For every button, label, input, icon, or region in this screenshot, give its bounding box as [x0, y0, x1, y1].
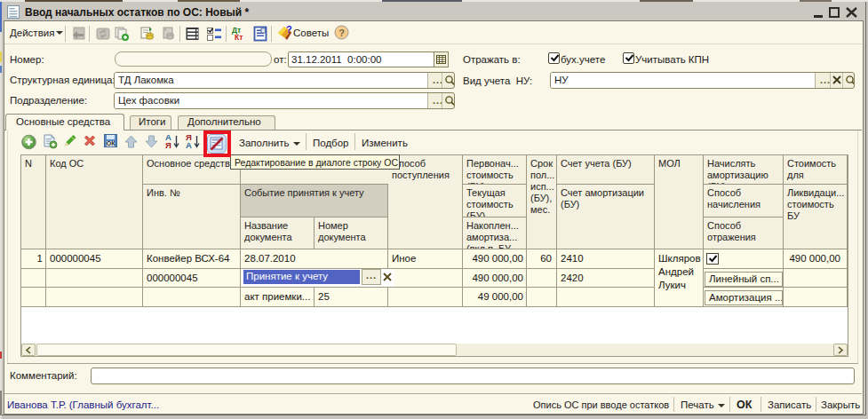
svg-text:ОК: ОК: [107, 140, 115, 146]
svg-text:?: ?: [338, 28, 345, 38]
svg-text:?: ?: [286, 25, 292, 35]
